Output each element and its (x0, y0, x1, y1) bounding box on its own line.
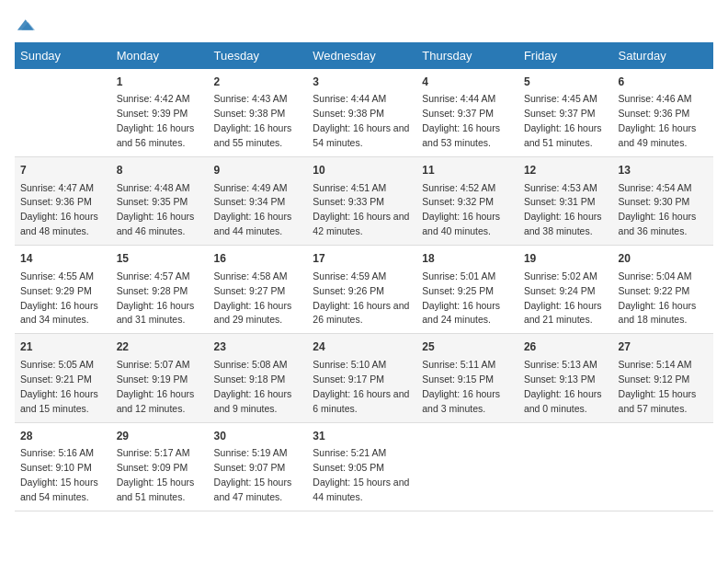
calendar-cell: 17Sunrise: 4:59 AMSunset: 9:26 PMDayligh… (307, 246, 416, 334)
sunrise: Sunrise: 5:10 AM (313, 359, 386, 370)
sunrise: Sunrise: 5:19 AM (214, 447, 288, 458)
sunrise: Sunrise: 4:51 AM (313, 182, 386, 193)
sunset: Sunset: 9:21 PM (20, 373, 92, 385)
calendar-cell: 14Sunrise: 4:55 AMSunset: 9:29 PMDayligh… (15, 246, 111, 334)
header-wednesday: Wednesday (307, 42, 416, 69)
week-row-1: 1Sunrise: 4:42 AMSunset: 9:39 PMDaylight… (15, 69, 713, 157)
daylight: Daylight: 15 hours and 54 minutes. (20, 477, 98, 502)
daylight: Daylight: 16 hours and 42 minutes. (313, 211, 409, 236)
day-number: 5 (524, 75, 608, 90)
sunset: Sunset: 9:37 PM (524, 108, 596, 119)
day-number: 26 (524, 339, 608, 355)
calendar-cell (416, 422, 518, 511)
day-number: 28 (20, 429, 106, 444)
sunrise: Sunrise: 5:01 AM (422, 270, 495, 282)
day-number: 6 (619, 75, 708, 90)
sunset: Sunset: 9:17 PM (313, 373, 384, 385)
sunset: Sunset: 9:27 PM (214, 285, 286, 296)
calendar-cell: 28Sunrise: 5:16 AMSunset: 9:10 PMDayligh… (15, 422, 111, 511)
sunrise: Sunrise: 5:14 AM (619, 359, 692, 370)
logo (15, 15, 35, 31)
calendar-cell: 12Sunrise: 4:53 AMSunset: 9:31 PMDayligh… (518, 157, 613, 246)
calendar-cell: 16Sunrise: 4:58 AMSunset: 9:27 PMDayligh… (209, 246, 308, 334)
calendar-cell: 30Sunrise: 5:19 AMSunset: 9:07 PMDayligh… (209, 422, 308, 511)
daylight: Daylight: 16 hours and 12 minutes. (117, 388, 195, 414)
sunset: Sunset: 9:19 PM (117, 373, 188, 385)
daylight: Daylight: 16 hours and 54 minutes. (313, 122, 409, 148)
sunset: Sunset: 9:34 PM (214, 196, 286, 207)
sunrise: Sunrise: 5:13 AM (524, 359, 597, 370)
calendar-cell: 15Sunrise: 4:57 AMSunset: 9:28 PMDayligh… (111, 246, 209, 334)
day-number: 17 (313, 251, 411, 267)
daylight: Daylight: 15 hours and 44 minutes. (313, 477, 409, 502)
week-row-3: 14Sunrise: 4:55 AMSunset: 9:29 PMDayligh… (15, 246, 713, 334)
day-number: 7 (20, 163, 106, 178)
sunrise: Sunrise: 5:08 AM (214, 359, 288, 370)
sunrise: Sunrise: 4:47 AM (20, 182, 94, 193)
sunrise: Sunrise: 4:42 AM (117, 93, 190, 104)
sunrise: Sunrise: 4:44 AM (422, 93, 495, 104)
day-number: 29 (117, 429, 203, 444)
daylight: Daylight: 16 hours and 24 minutes. (422, 300, 500, 326)
day-number: 27 (619, 339, 708, 355)
daylight: Daylight: 16 hours and 15 minutes. (20, 388, 98, 414)
header-tuesday: Tuesday (209, 42, 308, 69)
calendar-cell: 25Sunrise: 5:11 AMSunset: 9:15 PMDayligh… (416, 334, 518, 422)
day-number: 12 (524, 163, 608, 178)
calendar-cell: 2Sunrise: 4:43 AMSunset: 9:38 PMDaylight… (209, 69, 308, 157)
daylight: Daylight: 16 hours and 36 minutes. (619, 211, 697, 236)
sunset: Sunset: 9:28 PM (117, 285, 188, 296)
daylight: Daylight: 16 hours and 9 minutes. (214, 388, 292, 414)
sunset: Sunset: 9:38 PM (313, 108, 384, 119)
daylight: Daylight: 16 hours and 53 minutes. (422, 122, 500, 148)
day-number: 21 (20, 339, 106, 355)
sunset: Sunset: 9:05 PM (313, 462, 384, 473)
sunset: Sunset: 9:32 PM (422, 196, 494, 207)
day-number: 18 (422, 251, 513, 267)
sunset: Sunset: 9:12 PM (619, 373, 690, 385)
calendar-cell (15, 69, 111, 157)
calendar-cell (613, 422, 713, 511)
sunset: Sunset: 9:13 PM (524, 373, 596, 385)
daylight: Daylight: 16 hours and 48 minutes. (20, 211, 98, 236)
sunrise: Sunrise: 4:58 AM (214, 270, 288, 282)
day-number: 20 (619, 251, 708, 267)
sunset: Sunset: 9:36 PM (20, 196, 92, 207)
sunrise: Sunrise: 4:46 AM (619, 93, 692, 104)
calendar-cell: 13Sunrise: 4:54 AMSunset: 9:30 PMDayligh… (613, 157, 713, 246)
day-number: 11 (422, 163, 513, 178)
sunset: Sunset: 9:10 PM (20, 462, 92, 473)
day-number: 2 (214, 75, 302, 90)
sunrise: Sunrise: 5:07 AM (117, 359, 190, 370)
day-number: 14 (20, 251, 106, 267)
calendar-cell: 7Sunrise: 4:47 AMSunset: 9:36 PMDaylight… (15, 157, 111, 246)
daylight: Daylight: 16 hours and 40 minutes. (422, 211, 500, 236)
day-number: 30 (214, 429, 302, 444)
day-number: 22 (117, 339, 203, 355)
calendar-cell: 22Sunrise: 5:07 AMSunset: 9:19 PMDayligh… (111, 334, 209, 422)
calendar-cell: 29Sunrise: 5:17 AMSunset: 9:09 PMDayligh… (111, 422, 209, 511)
header-sunday: Sunday (15, 42, 111, 69)
sunset: Sunset: 9:31 PM (524, 196, 596, 207)
sunset: Sunset: 9:09 PM (117, 462, 188, 473)
sunset: Sunset: 9:33 PM (313, 196, 384, 207)
daylight: Daylight: 16 hours and 44 minutes. (214, 211, 292, 236)
calendar-cell: 20Sunrise: 5:04 AMSunset: 9:22 PMDayligh… (613, 246, 713, 334)
daylight: Daylight: 16 hours and 49 minutes. (619, 122, 697, 148)
sunrise: Sunrise: 4:48 AM (117, 182, 190, 193)
page-header (15, 15, 713, 31)
calendar-cell: 1Sunrise: 4:42 AMSunset: 9:39 PMDaylight… (111, 69, 209, 157)
calendar-cell (518, 422, 613, 511)
sunrise: Sunrise: 5:17 AM (117, 447, 190, 458)
sunset: Sunset: 9:38 PM (214, 108, 286, 119)
calendar-cell: 24Sunrise: 5:10 AMSunset: 9:17 PMDayligh… (307, 334, 416, 422)
header-saturday: Saturday (613, 42, 713, 69)
sunrise: Sunrise: 5:02 AM (524, 270, 597, 282)
daylight: Daylight: 16 hours and 46 minutes. (117, 211, 195, 236)
week-row-4: 21Sunrise: 5:05 AMSunset: 9:21 PMDayligh… (15, 334, 713, 422)
calendar-cell: 10Sunrise: 4:51 AMSunset: 9:33 PMDayligh… (307, 157, 416, 246)
sunset: Sunset: 9:24 PM (524, 285, 596, 296)
day-number: 19 (524, 251, 608, 267)
day-number: 31 (313, 429, 411, 444)
sunset: Sunset: 9:37 PM (422, 108, 494, 119)
